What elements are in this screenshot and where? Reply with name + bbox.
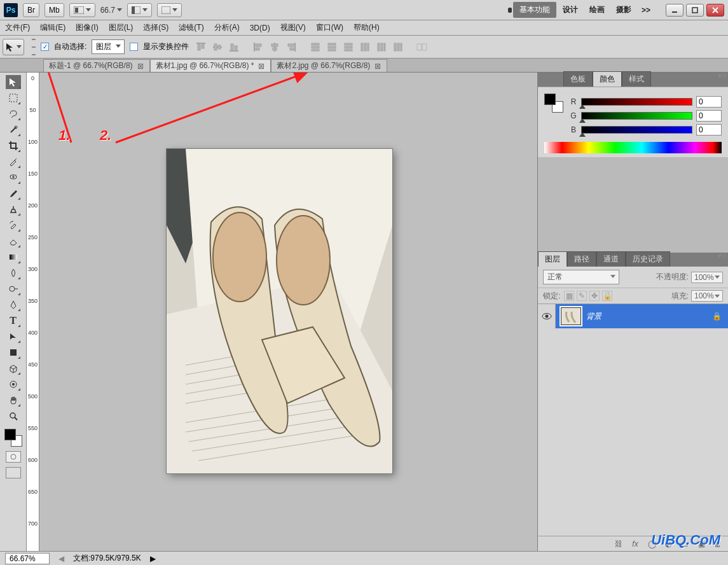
blur-tool[interactable] — [6, 266, 21, 280]
dist-hcenter-icon[interactable] — [374, 40, 388, 54]
maximize-button[interactable] — [686, 4, 704, 17]
vertical-ruler[interactable]: 0 50 100 150 200 250 300 350 400 450 500… — [27, 73, 39, 551]
visibility-toggle[interactable] — [538, 304, 556, 328]
marquee-tool[interactable] — [6, 91, 21, 105]
blend-mode-dropdown[interactable]: 正常 — [543, 270, 619, 284]
align-hcenter-icon[interactable] — [268, 40, 282, 54]
tab-close-icon[interactable]: ⊠ — [258, 62, 265, 70]
document-canvas[interactable] — [167, 149, 392, 473]
tab-styles[interactable]: 样式 — [622, 71, 651, 87]
3d-tool[interactable] — [6, 361, 21, 375]
view-extras-dropdown[interactable] — [127, 3, 152, 17]
screen-arrangement-dropdown[interactable] — [69, 3, 95, 17]
panel-menu-icon[interactable]: ▾≡ — [717, 253, 728, 259]
fill-input[interactable]: 100% — [691, 290, 723, 302]
dist-left-icon[interactable] — [358, 40, 372, 54]
g-slider[interactable] — [581, 112, 692, 120]
current-tool-chip[interactable] — [3, 39, 24, 55]
layer-thumbnail[interactable] — [561, 307, 581, 325]
zoom-tool[interactable] — [6, 409, 21, 423]
tab-swatches[interactable]: 色板 — [563, 71, 593, 87]
panel-color-swatches[interactable] — [544, 94, 563, 113]
workspace-design[interactable]: 设计 — [558, 4, 583, 15]
workspace-switcher[interactable]: 基本功能 设计 绘画 摄影 >> — [508, 2, 654, 18]
layer-fx-icon[interactable]: fx — [630, 540, 640, 548]
status-menu-icon[interactable]: ▶ — [150, 554, 156, 563]
menu-file[interactable]: 文件(F) — [4, 21, 31, 34]
move-tool[interactable] — [6, 75, 21, 89]
lasso-tool[interactable] — [6, 107, 21, 121]
crop-tool[interactable] — [6, 139, 21, 153]
magic-wand-tool[interactable] — [6, 123, 21, 137]
menu-3d[interactable]: 3D(D) — [249, 22, 271, 34]
tab-channels[interactable]: 通道 — [596, 251, 626, 267]
r-slider[interactable] — [581, 98, 692, 106]
path-select-tool[interactable] — [6, 330, 21, 344]
tab-color[interactable]: 颜色 — [593, 71, 622, 87]
menu-select[interactable]: 选择(S) — [142, 21, 170, 34]
type-tool[interactable]: T — [6, 314, 21, 328]
menu-analysis[interactable]: 分析(A) — [213, 21, 241, 34]
align-vcenter-icon[interactable] — [210, 40, 224, 54]
workspace-more[interactable]: >> — [638, 6, 654, 15]
layer-name[interactable]: 背景 — [586, 311, 601, 322]
panel-menu-icon[interactable]: ▾≡ — [717, 73, 728, 79]
dist-right-icon[interactable] — [391, 40, 405, 54]
dist-top-icon[interactable] — [308, 40, 322, 54]
menu-image[interactable]: 图像(I) — [74, 21, 99, 34]
opacity-input[interactable]: 100% — [691, 272, 723, 283]
canvas-area[interactable]: 1. 2. — [39, 73, 537, 551]
show-transform-checkbox[interactable]: ✓ — [130, 43, 138, 51]
b-slider[interactable] — [581, 126, 692, 134]
tab-layers[interactable]: 图层 — [538, 251, 567, 267]
lock-paint-icon[interactable]: ✎ — [577, 291, 587, 301]
document-tab[interactable]: 素材1.jpg @ 66.7%(RGB/8) * ⊠ — [150, 59, 271, 72]
color-spectrum-bar[interactable] — [544, 142, 722, 153]
align-bottom-icon[interactable] — [227, 40, 241, 54]
tab-history[interactable]: 历史记录 — [626, 251, 670, 267]
align-left-icon[interactable] — [251, 40, 265, 54]
auto-select-checkbox[interactable]: ✓ — [41, 43, 49, 51]
link-layers-icon[interactable]: ⛓ — [614, 540, 624, 548]
layer-row[interactable]: 背景 🔒 — [538, 304, 728, 328]
tab-close-icon[interactable]: ⊠ — [137, 62, 144, 70]
layer-list[interactable]: 背景 🔒 — [538, 303, 728, 536]
g-value-input[interactable]: 0 — [696, 110, 722, 122]
tab-paths[interactable]: 路径 — [567, 251, 596, 267]
dodge-tool[interactable] — [6, 282, 21, 296]
close-button[interactable] — [706, 4, 724, 17]
color-swatches[interactable] — [4, 429, 22, 447]
auto-align-icon[interactable] — [415, 40, 429, 54]
history-brush-tool[interactable] — [6, 218, 21, 232]
lock-all-icon[interactable]: 🔒 — [602, 291, 612, 301]
auto-select-target-dropdown[interactable]: 图层 — [92, 39, 125, 54]
lock-move-icon[interactable]: ✥ — [589, 291, 600, 301]
dist-bottom-icon[interactable] — [341, 40, 355, 54]
gradient-tool[interactable] — [6, 250, 21, 264]
zoom-input[interactable]: 66.67% — [5, 553, 50, 564]
foreground-swatch[interactable] — [4, 429, 16, 440]
eraser-tool[interactable] — [6, 234, 21, 248]
r-value-input[interactable]: 0 — [696, 96, 722, 108]
minimize-button[interactable] — [666, 4, 683, 17]
document-tab[interactable]: 标题-1 @ 66.7%(RGB/8) ⊠ — [43, 59, 150, 72]
screen-mode-dropdown[interactable] — [157, 3, 182, 17]
align-right-icon[interactable] — [284, 40, 298, 54]
quickmask-toggle[interactable] — [6, 451, 21, 463]
workspace-basic[interactable]: 基本功能 — [513, 2, 556, 18]
brush-tool[interactable] — [6, 186, 21, 200]
b-value-input[interactable]: 0 — [696, 124, 722, 136]
menu-layer[interactable]: 图层(L) — [107, 21, 135, 34]
clone-stamp-tool[interactable] — [6, 202, 21, 216]
zoom-level-dropdown[interactable]: 66.7 — [100, 6, 122, 15]
bridge-button[interactable]: Br — [23, 3, 39, 17]
menu-edit[interactable]: 编辑(E) — [39, 21, 67, 34]
menu-help[interactable]: 帮助(H) — [352, 21, 381, 34]
workspace-photo[interactable]: 摄影 — [611, 4, 636, 15]
document-tab[interactable]: 素材2.jpg @ 66.7%(RGB/8) ⊠ — [271, 59, 387, 72]
hand-tool[interactable] — [6, 393, 21, 407]
menu-view[interactable]: 视图(V) — [279, 21, 307, 34]
dist-vcenter-icon[interactable] — [325, 40, 339, 54]
menu-filter[interactable]: 滤镜(T) — [177, 21, 205, 34]
lock-transparent-icon[interactable]: ▦ — [564, 291, 574, 301]
